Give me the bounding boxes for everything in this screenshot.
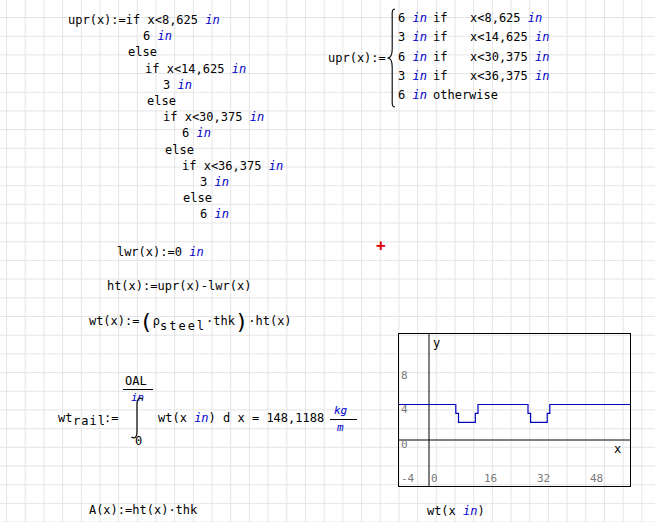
unit-in: in [528,11,542,25]
upr-if-line: else [128,44,157,60]
unit-in: in [157,29,171,43]
unit-in: in [189,245,203,259]
left-brace-icon [386,8,396,108]
math-text: wt(x [427,504,463,518]
math-text: wt(x [158,411,194,425]
piecewise-row: 3 inifx<36,375 in [398,68,598,84]
unit-in: in [412,88,426,102]
piecewise-value: 6 in [398,49,427,65]
unit-in: in [412,50,426,64]
unit-in: in [535,50,549,64]
upr-if-line: 3 in [200,174,229,190]
piecewise-keyword: if [433,68,447,84]
piecewise-rows: 6 inifx<8,625 in3 inifx<14,625 in6 inifx… [398,10,583,108]
math-text: 6 [398,11,412,25]
wt-definition-region[interactable]: wt(x):=(ρsteel·thk)·ht(x) [60,285,292,309]
unit-in: in [412,11,426,25]
math-text: ·thk [206,314,235,328]
area-definition-region[interactable]: A(x):=ht(x)·thk [60,489,197,522]
math-text: 6 [398,88,412,102]
piecewise-value: 3 in [398,29,427,45]
math-text: if x<30,375 [163,110,250,124]
math-text: if x<14,625 [145,62,232,76]
upr-piecewise-definition-region[interactable]: upr(x):= 6 inifx<8,625 in3 inifx<14,625 … [328,8,583,110]
unit-in: in [232,62,246,76]
wt-step-curve [399,405,630,423]
unit-in: in [214,175,228,189]
piecewise-lhs: upr(x):= [328,51,386,65]
math-text: wt [58,411,72,425]
mathcad-worksheet: upr(x):=if x<8,625 in6 inelseif x<14,625… [0,0,655,522]
upr-if-line: 3 in [163,77,192,93]
x-tick-label: 32 [537,472,550,485]
math-text: wt(x):= [89,314,140,328]
piecewise-value: 3 in [398,68,427,84]
plot-canvas [399,334,630,486]
rho-symbol: ρ [153,314,160,328]
close-paren: ) [235,309,248,334]
assign-operator: := [104,411,118,425]
unit-in: in [196,126,210,140]
upr-if-line: 6 in [182,125,211,141]
integral-upper-numerator: OAL [125,374,147,388]
piecewise-condition: x<36,375 in [470,68,549,84]
math-text: x<36,375 [470,69,535,83]
math-text: 6 [200,207,214,221]
y-tick-label: 4 [401,403,408,416]
crosshair-cursor: + [376,238,386,254]
math-text: else [183,191,212,205]
upr-if-line: if x<14,625 in [145,61,246,77]
x-tick-label: 16 [484,472,497,485]
math-text: ) [477,504,484,518]
math-text: A(x):=ht(x)·thk [89,503,197,517]
math-text: if x<36,375 [182,159,269,173]
unit-in: in [535,30,549,44]
unit-in: in [269,159,283,173]
math-text: else [128,45,157,59]
math-text: x<30,375 [470,50,535,64]
upr-if-definition-region[interactable]: upr(x):=if x<8,625 in6 inelseif x<14,625… [68,12,318,224]
fraction-bar [330,419,357,420]
piecewise-row: 6 inifx<8,625 in [398,10,598,26]
piecewise-condition: x<30,375 in [470,49,549,65]
result-unit-denominator: m [337,422,344,434]
wt-rail-integral-region[interactable]: wt rail := OAL in 0 wt(x in) d x = 148,1… [58,368,370,458]
integral-lower-limit: 0 [135,434,142,448]
math-text: lwr(x):=0 [117,245,189,259]
math-text: 6 [182,126,196,140]
piecewise-condition: x<8,625 in [470,10,542,26]
math-text: else [165,143,194,157]
x-tick-label: 0 [431,472,438,485]
unit-in: in [412,69,426,83]
upr-if-line: else [147,93,176,109]
integral-result-value: 148,1188 [266,411,324,425]
piecewise-row: 6 inifx<30,375 in [398,49,598,65]
unit-in: in [535,69,549,83]
upr-if-line: if x<30,375 in [163,109,264,125]
unit-in: in [177,78,191,92]
math-text: x<8,625 [470,11,528,25]
y-axis-letter: y [433,337,440,350]
math-text: ·ht(x) [248,314,291,328]
piecewise-keyword: if [433,49,447,65]
unit-in: in [205,13,219,27]
upr-if-line: 6 in [143,28,172,44]
upr-if-line: 6 in [200,206,229,222]
piecewise-row: 6 inotherwise [398,87,598,103]
rail-subscript: rail [73,414,106,428]
steel-subscript: steel [160,319,206,333]
y-tick-label: 0 [401,438,408,451]
math-text: x<14,625 [470,30,535,44]
open-paren: ( [139,309,152,334]
unit-in: in [194,411,208,425]
upr-if-line: upr(x):=if x<8,625 in [68,12,220,28]
x-tick-label: 48 [590,472,603,485]
result-unit-numerator: kg [334,405,347,417]
math-text: 3 [163,78,177,92]
y-tick-label: -4 [401,472,414,485]
integrand: wt(x in) d x = 148,1188 [158,411,324,425]
math-text: 3 [398,30,412,44]
piecewise-condition: x<14,625 in [470,29,549,45]
xy-plot-region[interactable]: y x 840-40163248 [398,333,631,487]
piecewise-value: 6 in [398,10,427,26]
